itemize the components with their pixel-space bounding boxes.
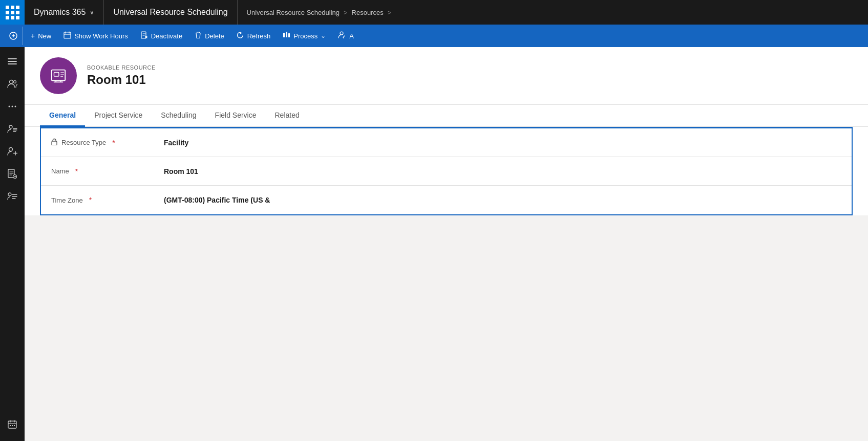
svg-point-9 — [9, 106, 10, 107]
show-work-hours-icon — [63, 31, 71, 39]
svg-rect-5 — [288, 33, 290, 37]
show-work-hours-label: Show Work Hours — [74, 32, 128, 40]
sidebar-item-users[interactable] — [2, 74, 23, 94]
dynamics-nav-section[interactable]: Dynamics 365 ∨ — [25, 0, 104, 25]
hamburger-icon — [8, 58, 17, 65]
form-row-name: Name * Room 101 — [41, 157, 852, 186]
expand-button[interactable] — [4, 27, 23, 45]
tab-general[interactable]: General — [40, 105, 85, 127]
resource-type-required-indicator: * — [112, 139, 115, 147]
deactivate-label: Deactivate — [151, 32, 182, 40]
refresh-label: Refresh — [247, 32, 271, 40]
sidebar — [0, 47, 25, 441]
trash-icon — [195, 31, 202, 39]
sidebar-item-resource-list[interactable] — [2, 186, 23, 207]
report-icon — [8, 169, 17, 179]
svg-point-10 — [12, 106, 13, 107]
more-dots-icon — [8, 105, 16, 107]
dynamics-label: Dynamics 365 — [34, 8, 86, 17]
record-info: BOOKABLE RESOURCE Room 101 — [87, 64, 156, 87]
process-icon — [283, 31, 290, 40]
time-zone-label: Time Zone * — [51, 196, 164, 204]
sidebar-calendar-icon — [8, 420, 17, 429]
sidebar-item-add-user[interactable] — [2, 141, 23, 162]
svg-rect-18 — [10, 425, 11, 426]
sidebar-item-contacts[interactable] — [2, 119, 23, 139]
form-area: Resource Type * Facility Name * Room 101… — [25, 127, 868, 215]
assign-icon — [338, 31, 346, 40]
breadcrumb: Universal Resource Scheduling > Resource… — [238, 0, 868, 25]
svg-point-7 — [10, 80, 13, 84]
lock-icon — [51, 138, 57, 147]
record-header: BOOKABLE RESOURCE Room 101 — [25, 47, 868, 105]
expand-icon — [9, 32, 17, 40]
process-bars-icon — [283, 31, 290, 39]
resource-type-value[interactable]: Facility — [164, 139, 188, 147]
svg-rect-22 — [54, 72, 58, 76]
svg-rect-21 — [52, 70, 66, 81]
delete-icon — [195, 31, 202, 40]
name-label: Name * — [51, 167, 164, 175]
main-layout: BOOKABLE RESOURCE Room 101 General Proje… — [0, 47, 868, 441]
lock-field-icon — [51, 138, 57, 145]
svg-point-12 — [9, 125, 12, 128]
refresh-button[interactable]: Refresh — [230, 27, 277, 45]
contacts-icon — [7, 124, 17, 134]
new-button[interactable]: + New — [25, 27, 57, 45]
assign-button[interactable]: A — [332, 27, 360, 45]
sidebar-item-reports[interactable] — [2, 164, 23, 184]
svg-point-15 — [13, 175, 17, 179]
top-navigation: Dynamics 365 ∨ Universal Resource Schedu… — [0, 0, 868, 25]
process-button[interactable]: Process ⌄ — [277, 27, 332, 45]
name-required-indicator: * — [75, 167, 78, 175]
sidebar-menu-button[interactable] — [2, 51, 23, 72]
deactivate-button[interactable]: Deactivate — [134, 27, 188, 45]
refresh-icon — [237, 31, 244, 40]
svg-rect-1 — [64, 32, 71, 38]
breadcrumb-sep1: > — [344, 9, 348, 16]
svg-point-6 — [340, 32, 343, 35]
delete-label: Delete — [205, 32, 224, 40]
app-title: Universal Resource Scheduling — [113, 8, 227, 17]
sidebar-more-button[interactable] — [2, 96, 23, 117]
name-value[interactable]: Room 101 — [164, 167, 198, 175]
sidebar-item-calendar[interactable] — [2, 414, 23, 435]
resource-type-label: Resource Type * — [51, 138, 164, 147]
breadcrumb-app: Universal Resource Scheduling — [247, 9, 340, 16]
breadcrumb-sep2: > — [388, 9, 392, 16]
bookable-resource-avatar-icon — [49, 67, 68, 85]
form-row-time-zone: Time Zone * (GMT-08:00) Pacific Time (US… — [41, 186, 852, 214]
resource-list-icon — [7, 192, 17, 201]
deactivate-icon — [140, 31, 148, 40]
time-zone-value[interactable]: (GMT-08:00) Pacific Time (US & — [164, 196, 270, 204]
form-section-general: Resource Type * Facility Name * Room 101… — [40, 127, 853, 215]
svg-rect-19 — [12, 425, 13, 426]
tab-field-service[interactable]: Field Service — [206, 105, 266, 127]
tab-related[interactable]: Related — [266, 105, 309, 127]
tab-scheduling[interactable]: Scheduling — [152, 105, 205, 127]
show-work-hours-button[interactable]: Show Work Hours — [57, 27, 134, 45]
tab-project-service[interactable]: Project Service — [85, 105, 152, 127]
record-name: Room 101 — [87, 73, 156, 87]
app-title-section: Universal Resource Scheduling — [104, 0, 237, 25]
time-zone-required-indicator: * — [89, 196, 92, 204]
delete-button[interactable]: Delete — [188, 27, 230, 45]
breadcrumb-section[interactable]: Resources — [352, 9, 384, 16]
svg-rect-4 — [286, 32, 287, 37]
process-chevron-icon: ⌄ — [321, 32, 326, 39]
new-icon: + — [31, 32, 35, 40]
new-label: New — [38, 32, 51, 40]
svg-rect-20 — [14, 425, 15, 426]
svg-point-11 — [15, 106, 16, 107]
tabs-bar: General Project Service Scheduling Field… — [25, 105, 868, 127]
svg-rect-3 — [283, 33, 285, 37]
svg-rect-17 — [8, 421, 16, 428]
main-content: BOOKABLE RESOURCE Room 101 General Proje… — [25, 47, 868, 441]
refresh-circle-icon — [237, 31, 244, 39]
app-launcher-button[interactable] — [0, 0, 25, 25]
record-type-label: BOOKABLE RESOURCE — [87, 64, 156, 71]
svg-point-8 — [14, 81, 16, 83]
deactivate-doc-icon — [140, 31, 148, 39]
add-user-icon — [7, 147, 17, 156]
calendar-icon — [63, 31, 71, 40]
